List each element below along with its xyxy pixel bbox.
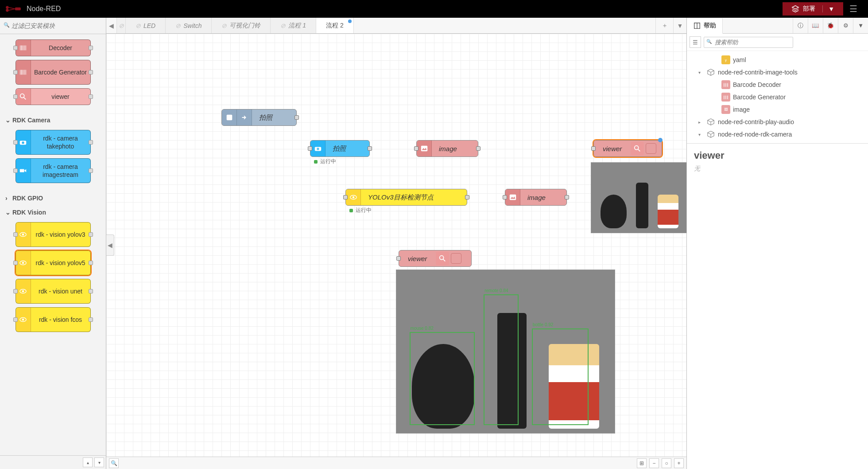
palette-collapse-handle[interactable]: ◀ xyxy=(106,234,114,256)
palette-node[interactable]: rdk - vision yolov5 xyxy=(16,250,91,275)
help-tree-item[interactable]: yyaml xyxy=(689,54,866,66)
input-port[interactable] xyxy=(503,195,507,199)
sidebar-tab-debug[interactable]: 🐞 xyxy=(823,18,838,33)
status-dot xyxy=(349,209,353,212)
sidebar-tab-more[interactable]: ▼ xyxy=(853,18,868,33)
output-port[interactable] xyxy=(89,70,93,74)
node-image-2[interactable]: image xyxy=(505,189,567,206)
sidebar-tab-info[interactable]: ⓘ xyxy=(793,18,808,33)
tab-scroll-left[interactable]: ◀ xyxy=(106,18,117,33)
magnify-icon[interactable] xyxy=(436,252,449,265)
output-port[interactable] xyxy=(89,289,93,293)
node-viewer-1[interactable]: viewer xyxy=(593,140,662,157)
svg-point-3 xyxy=(20,94,24,98)
flow-tab[interactable]: ⊘流程 1 xyxy=(271,18,316,33)
output-port[interactable] xyxy=(465,195,469,199)
help-tree-item[interactable]: ▸node-red-contrib-play-audio xyxy=(689,116,866,128)
palette-category[interactable]: ⌄RDK Camera xyxy=(0,113,106,127)
node-yolo[interactable]: YOLOv3目标检测节点 运行中 xyxy=(345,189,467,206)
help-tree-item[interactable]: ▾node-red-contrib-image-tools xyxy=(689,66,866,78)
inject-button-icon[interactable] xyxy=(222,109,237,125)
flow-tab[interactable]: ⊘LED xyxy=(126,18,166,33)
palette-category[interactable]: ⌄RDK Vision xyxy=(0,205,106,219)
sidebar-tab-help-icon[interactable]: 📖 xyxy=(808,18,823,33)
output-port[interactable] xyxy=(89,317,93,322)
input-port[interactable] xyxy=(343,195,348,199)
sidebar-tab-help[interactable]: 帮助 xyxy=(687,18,723,34)
sidebar-tab-config[interactable]: ⚙ xyxy=(838,18,853,33)
node-inject[interactable]: 拍照 xyxy=(221,109,297,126)
bbox-label: bottle 0.92 xyxy=(533,322,554,327)
zoom-in-button[interactable]: + xyxy=(674,458,684,468)
input-port[interactable] xyxy=(13,261,18,265)
eye-icon xyxy=(346,189,361,205)
output-port[interactable] xyxy=(89,261,93,265)
magnify-icon[interactable] xyxy=(631,142,644,155)
palette-node[interactable]: viewer xyxy=(16,88,91,105)
bbox-label: remote 0.84 xyxy=(484,288,508,293)
output-port[interactable] xyxy=(89,232,93,237)
help-search-input[interactable] xyxy=(704,37,793,48)
flow-tab[interactable]: ⊘可视化门铃 xyxy=(212,18,271,33)
preview-obj-mouse xyxy=(601,195,627,228)
palette-node[interactable]: rdk - vision fcos xyxy=(16,307,91,332)
input-port[interactable] xyxy=(13,70,18,74)
palette-collapse-down[interactable]: ▾ xyxy=(94,457,104,467)
input-port[interactable] xyxy=(13,317,18,322)
output-port[interactable] xyxy=(294,115,299,120)
flow-canvas[interactable]: 拍照 拍照 运行中 image viewer xyxy=(106,34,686,457)
palette-node[interactable]: Barcode Generator xyxy=(16,60,91,85)
output-port[interactable] xyxy=(476,146,480,151)
deploy-caret-icon[interactable]: ▼ xyxy=(822,5,834,12)
palette-node[interactable]: rdk - camera imagestream xyxy=(16,158,91,183)
input-port[interactable] xyxy=(13,232,18,237)
input-port[interactable] xyxy=(13,46,18,50)
output-port[interactable] xyxy=(368,146,372,151)
palette-node[interactable]: rdk - vision yolov3 xyxy=(16,222,91,247)
deploy-button[interactable]: 部署 ▼ xyxy=(783,2,843,16)
flow-tab[interactable]: ⊘ xyxy=(117,18,126,33)
flow-tab[interactable]: ⊘Switch xyxy=(166,18,212,33)
palette-collapse-up[interactable]: ▴ xyxy=(83,457,93,467)
output-port[interactable] xyxy=(565,195,569,199)
svg-point-5 xyxy=(22,141,24,144)
input-port[interactable] xyxy=(591,146,596,151)
main-menu-button[interactable]: ☰ xyxy=(843,4,864,14)
help-tree-item[interactable]: ∥∥∥Barcode Decoder xyxy=(689,78,866,91)
palette-node[interactable]: Decoder xyxy=(16,39,91,56)
input-port[interactable] xyxy=(13,140,18,145)
input-port[interactable] xyxy=(396,256,401,261)
input-port[interactable] xyxy=(308,146,312,151)
footer-search[interactable]: 🔍 xyxy=(109,458,119,468)
tab-list-button[interactable]: ▼ xyxy=(673,18,686,33)
viewer-toggle[interactable] xyxy=(451,253,461,264)
viewer-toggle[interactable] xyxy=(646,143,656,154)
help-tree-item[interactable]: ∥∥∥Barcode Generator xyxy=(689,91,866,103)
node-image-1[interactable]: image xyxy=(416,140,478,157)
output-port[interactable] xyxy=(89,140,93,145)
tab-add-button[interactable]: ＋ xyxy=(655,18,673,33)
footer-navigator[interactable]: ⊞ xyxy=(637,458,647,468)
palette-node[interactable]: rdk - camera takephoto xyxy=(16,130,91,155)
input-port[interactable] xyxy=(13,289,18,293)
input-port[interactable] xyxy=(414,146,418,151)
help-tree-item[interactable]: 🖼image xyxy=(689,103,866,116)
node-camera[interactable]: 拍照 运行中 xyxy=(310,140,370,157)
palette-node[interactable]: rdk - vision unet xyxy=(16,279,91,304)
tree-item-label: Barcode Decoder xyxy=(733,81,781,88)
palette-filter-input[interactable] xyxy=(4,20,102,31)
zoom-out-button[interactable]: − xyxy=(649,458,659,468)
image-icon xyxy=(417,141,432,156)
input-port[interactable] xyxy=(13,168,18,173)
sidebar-list-toggle[interactable]: ☰ xyxy=(690,36,701,48)
output-port[interactable] xyxy=(89,168,93,173)
input-port[interactable] xyxy=(13,94,18,99)
node-viewer-2[interactable]: viewer xyxy=(399,250,472,267)
zoom-reset-button[interactable]: ○ xyxy=(662,458,671,468)
help-tree-item[interactable]: ▾node-red-node-rdk-camera xyxy=(689,128,866,141)
eye-icon xyxy=(16,279,31,303)
flow-tab[interactable]: 流程 2 xyxy=(316,18,354,33)
output-port[interactable] xyxy=(89,46,93,50)
palette-category[interactable]: ›RDK GPIO xyxy=(0,191,106,205)
output-port[interactable] xyxy=(89,94,93,99)
